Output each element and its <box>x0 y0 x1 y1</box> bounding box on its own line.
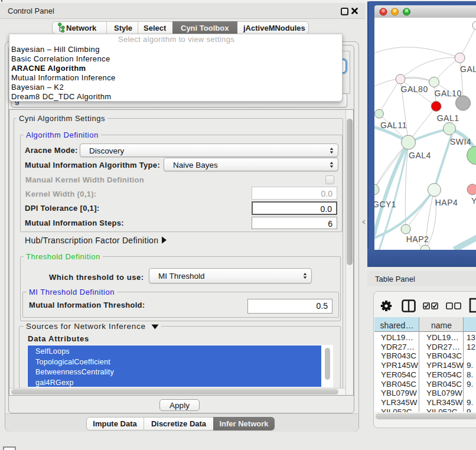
svg-text:GAL10: GAL10 <box>435 89 462 98</box>
svg-text:HAP4: HAP4 <box>435 198 458 207</box>
svg-text:SWI4: SWI4 <box>450 137 471 146</box>
svg-text:HAP2: HAP2 <box>406 234 429 244</box>
svg-text:GAL11: GAL11 <box>380 120 407 130</box>
svg-text:GCY1: GCY1 <box>374 200 396 209</box>
svg-text:GAL80: GAL80 <box>401 84 428 94</box>
svg-text:Y: Y <box>471 196 476 206</box>
svg-text:GAL7: GAL7 <box>460 64 476 74</box>
svg-text:GAL4: GAL4 <box>409 151 431 160</box>
svg-text:GAL1: GAL1 <box>437 113 459 123</box>
